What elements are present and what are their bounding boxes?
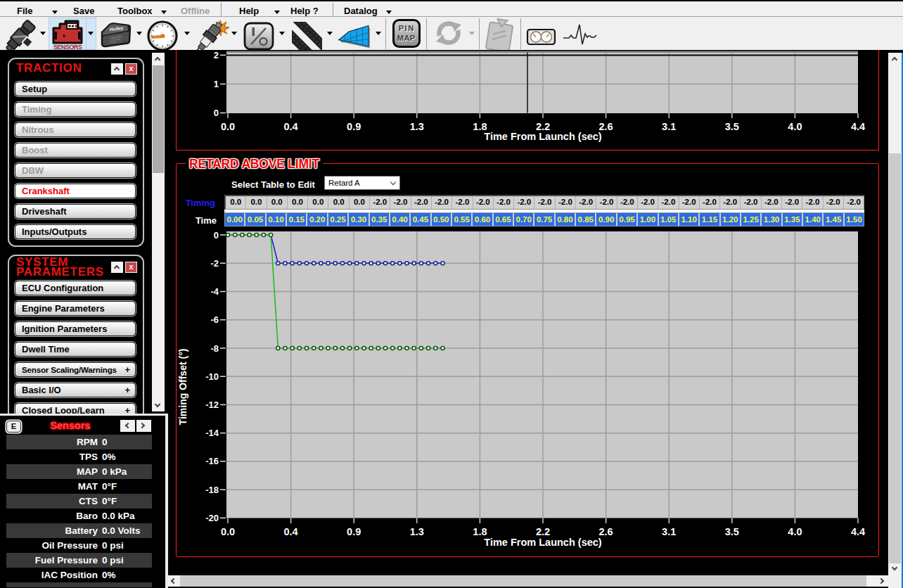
svg-text:3.5: 3.5 [725, 121, 739, 132]
svg-text:-14: -14 [205, 428, 219, 438]
svg-text:0.0: 0.0 [221, 526, 235, 537]
svg-text:3.1: 3.1 [662, 526, 676, 537]
svg-text:Time From Launch (sec): Time From Launch (sec) [484, 537, 601, 548]
svg-text:EFI: EFI [109, 34, 123, 44]
svg-text:3.5: 3.5 [725, 526, 739, 537]
svg-text:MAP: MAP [397, 34, 416, 42]
svg-text:1.3: 1.3 [410, 121, 424, 132]
svg-text:-12: -12 [205, 400, 219, 410]
svg-text:4.0: 4.0 [788, 121, 802, 132]
svg-text:0.9: 0.9 [347, 526, 361, 537]
svg-text:4.4: 4.4 [851, 526, 865, 537]
svg-text:-4: -4 [210, 286, 219, 297]
svg-text:0.4: 0.4 [284, 526, 298, 537]
svg-text:Time From Launch (sec): Time From Launch (sec) [484, 131, 601, 142]
svg-text:-16: -16 [205, 456, 219, 466]
svg-text:2: 2 [214, 51, 219, 60]
svg-text:-8: -8 [210, 343, 219, 354]
svg-text:-2: -2 [210, 258, 219, 269]
svg-text:3.1: 3.1 [662, 121, 676, 132]
svg-text:2.2: 2.2 [536, 526, 550, 537]
svg-text:0.4: 0.4 [284, 121, 298, 132]
svg-text:-10: -10 [205, 371, 219, 382]
svg-text:SENSORS: SENSORS [53, 44, 82, 51]
svg-text:-6: -6 [210, 314, 219, 325]
svg-text:2.6: 2.6 [599, 526, 613, 537]
svg-text:0.9: 0.9 [347, 121, 361, 132]
svg-text:PIN: PIN [399, 24, 415, 32]
svg-text:-20: -20 [205, 513, 219, 523]
svg-text:Timing Offset (°): Timing Offset (°) [177, 349, 188, 426]
svg-text:1.3: 1.3 [410, 526, 424, 537]
svg-text:4.0: 4.0 [788, 526, 802, 537]
svg-text:-18: -18 [205, 485, 219, 495]
svg-text:0: 0 [214, 230, 219, 241]
svg-text:0: 0 [214, 108, 219, 118]
svg-text:4.4: 4.4 [851, 121, 865, 132]
svg-text:1.8: 1.8 [473, 526, 487, 537]
svg-text:1: 1 [214, 79, 219, 89]
svg-text:0.0: 0.0 [221, 121, 235, 132]
